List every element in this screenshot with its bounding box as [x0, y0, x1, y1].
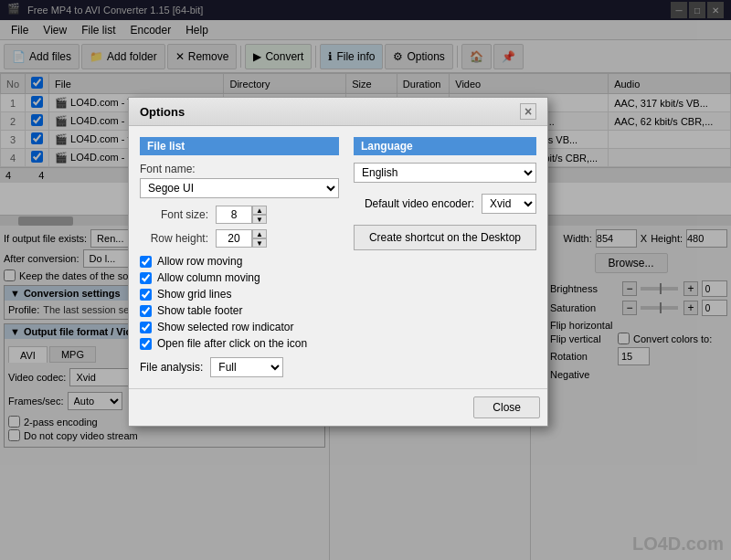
- modal-title-bar: Options ×: [129, 98, 547, 126]
- modal-close-button[interactable]: ×: [520, 103, 536, 120]
- modal-right-section: Language English Default video encoder: …: [354, 137, 536, 377]
- open-file-on-icon-label: Open file after click on the icon: [157, 337, 307, 350]
- row-height-spinner: ▲ ▼: [216, 229, 267, 248]
- show-table-footer-checkbox[interactable]: [140, 305, 152, 317]
- encoder-select[interactable]: Xvid: [482, 194, 536, 214]
- show-table-footer-label: Show table footer: [157, 304, 242, 317]
- allow-row-moving: Allow row moving: [140, 255, 339, 268]
- font-size-row: Font size: ▲ ▼: [140, 206, 339, 224]
- file-analysis-select[interactable]: Full: [210, 357, 283, 377]
- modal-footer: Close: [129, 388, 547, 426]
- font-size-up[interactable]: ▲: [252, 206, 267, 215]
- show-table-footer: Show table footer: [140, 304, 339, 317]
- font-name-group: Font name: Segoe UI: [140, 163, 339, 198]
- modal-title-text: Options: [140, 105, 185, 119]
- show-grid-lines: Show grid lines: [140, 288, 339, 301]
- row-height-input[interactable]: [216, 229, 252, 248]
- font-name-label: Font name:: [140, 163, 339, 175]
- font-size-spinner: ▲ ▼: [216, 206, 267, 224]
- show-grid-lines-label: Show grid lines: [157, 288, 231, 301]
- modal-body: File list Font name: Segoe UI Font size:…: [129, 126, 547, 388]
- font-size-spinner-btns: ▲ ▼: [252, 206, 267, 224]
- show-row-indicator: Show selected row indicator: [140, 321, 339, 333]
- show-row-indicator-label: Show selected row indicator: [157, 321, 293, 333]
- font-size-input[interactable]: [216, 206, 252, 224]
- allow-col-moving: Allow column moving: [140, 271, 339, 284]
- language-section-title: Language: [354, 137, 536, 155]
- allow-row-moving-checkbox[interactable]: [140, 256, 152, 268]
- row-height-label: Row height:: [140, 232, 208, 245]
- modal-overlay: Options × File list Font name: Segoe UI …: [0, 0, 731, 560]
- file-analysis-row: File analysis: Full: [140, 357, 339, 377]
- allow-col-moving-label: Allow column moving: [157, 271, 260, 284]
- open-file-on-icon: Open file after click on the icon: [140, 337, 339, 350]
- encoder-label: Default video encoder:: [365, 197, 474, 210]
- options-modal: Options × File list Font name: Segoe UI …: [128, 97, 548, 427]
- font-size-down[interactable]: ▼: [252, 215, 267, 224]
- checkboxes-group: Allow row moving Allow column moving Sho…: [140, 255, 339, 350]
- modal-close-footer-button[interactable]: Close: [473, 396, 540, 418]
- open-file-on-icon-checkbox[interactable]: [140, 338, 152, 350]
- row-height-spinner-btns: ▲ ▼: [252, 229, 267, 248]
- modal-left-section: File list Font name: Segoe UI Font size:…: [140, 137, 339, 377]
- file-analysis-label: File analysis:: [140, 361, 203, 374]
- row-height-down[interactable]: ▼: [252, 238, 267, 248]
- row-height-up[interactable]: ▲: [252, 229, 267, 238]
- row-height-row: Row height: ▲ ▼: [140, 229, 339, 248]
- font-name-select[interactable]: Segoe UI: [140, 178, 339, 198]
- encoder-row: Default video encoder: Xvid: [354, 194, 536, 214]
- show-row-indicator-checkbox[interactable]: [140, 322, 152, 333]
- language-select[interactable]: English: [354, 163, 536, 183]
- desktop-shortcut-button[interactable]: Create shortcut on the Desktop: [354, 225, 536, 250]
- allow-col-moving-checkbox[interactable]: [140, 272, 152, 284]
- file-list-section-title: File list: [140, 137, 339, 155]
- font-size-label: Font size:: [140, 208, 208, 221]
- allow-row-moving-label: Allow row moving: [157, 255, 242, 268]
- show-grid-lines-checkbox[interactable]: [140, 289, 152, 301]
